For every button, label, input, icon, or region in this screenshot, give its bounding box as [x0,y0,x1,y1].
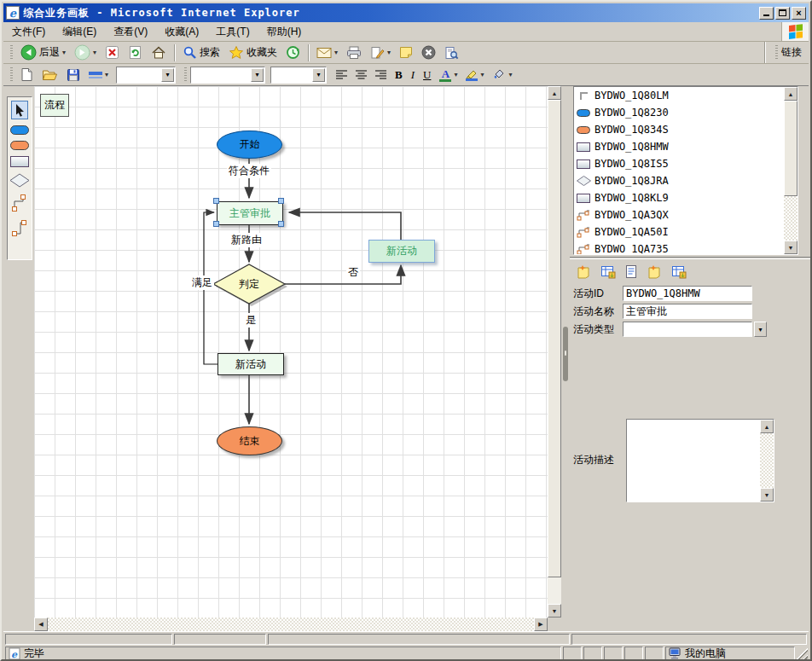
toolbar-grip[interactable] [184,67,187,83]
list-item[interactable]: BYDWO_1Q8JRA [574,172,798,189]
refresh-button[interactable] [124,43,147,62]
shape-listbox[interactable]: BYDWO_1Q80LM BYDWO_1Q8230 BYDWO_1Q834S B… [573,86,798,255]
list-item[interactable]: BYDWO_1Q8HMW [574,138,798,155]
menu-favorites[interactable]: 收藏(A) [156,22,207,42]
messenger-button[interactable] [417,43,440,62]
list-item[interactable]: BYDWO_1QA735 [574,241,798,255]
scroll-down-button[interactable]: ▼ [760,488,774,502]
scrollbar-thumb[interactable] [784,101,798,196]
combo-dropdown-icon[interactable]: ▾ [161,68,174,82]
selection-handle[interactable] [278,198,284,204]
activity-desc-textarea[interactable]: ▲ ▼ [626,419,774,502]
align-left-button[interactable] [332,66,351,84]
favorites-button[interactable]: 收藏夹 [224,43,281,62]
font-color-button[interactable]: A ▾ [435,66,461,84]
combo-dropdown-icon[interactable]: ▾ [251,68,264,82]
research-button[interactable] [440,43,463,62]
list-scrollbar[interactable]: ▲ ▼ [784,87,798,254]
activity-type-dropdown-button[interactable]: ▾ [754,322,767,337]
align-center-button[interactable] [351,66,371,84]
links-label[interactable]: 链接 [781,45,802,60]
save-activity-button[interactable] [598,263,618,280]
scroll-down-button[interactable]: ▼ [548,604,561,618]
activity-shape-tool[interactable] [10,156,29,167]
menu-file[interactable]: 文件(F) [3,22,54,42]
list-item[interactable]: BYDWO_1Q8KL9 [574,189,798,206]
align-right-button[interactable] [371,66,391,84]
node-activity[interactable]: 新活动 [218,353,284,375]
edit-button[interactable]: ▾ [366,43,395,62]
pointer-tool[interactable] [11,101,28,119]
node-new-activity-floating[interactable]: 新活动 [368,240,435,263]
list-item[interactable]: BYDWO_1Q8230 [574,104,798,121]
selection-handle[interactable] [213,198,219,204]
list-item[interactable]: BYDWO_1Q8IS5 [574,155,798,172]
scroll-up-button[interactable]: ▲ [760,420,774,433]
home-button[interactable] [147,43,171,62]
discuss-button[interactable] [395,43,417,62]
scroll-left-button[interactable]: ◀ [34,618,48,631]
list-item[interactable]: BYDWO_1Q834S [574,121,798,138]
links-toolbar-grip[interactable] [775,45,778,61]
line-width-button[interactable]: ▾ [84,66,113,84]
selection-handle[interactable] [278,221,284,227]
activity-name-input[interactable] [623,304,752,319]
node-start[interactable]: 开始 [217,130,282,159]
panel-splitter[interactable] [561,86,570,631]
scrollbar-track[interactable] [48,618,534,631]
new-route-button[interactable] [644,263,664,280]
title-bar[interactable]: e 综合业务画板 - Microsoft Internet Explorer × [3,3,809,22]
list-item[interactable]: BYDWO_1Q80LM [574,87,798,104]
search-button[interactable]: 搜索 [178,43,224,62]
resize-grip[interactable] [797,647,808,660]
view-document-button[interactable] [623,263,640,280]
combo-dropdown-icon[interactable]: ▾ [312,68,325,82]
start-shape-tool[interactable] [10,125,29,135]
highlight-button[interactable]: ▾ [461,66,488,84]
history-button[interactable] [281,43,304,62]
scroll-up-button[interactable]: ▲ [784,87,798,101]
fill-color-button[interactable]: ▾ [488,66,516,84]
flowchart-canvas[interactable]: 流程 开始 主管审批 判定 新活动 结束 新活动 符合条件 新路由 否 是 满足 [34,86,548,618]
bold-button[interactable]: B [391,66,407,84]
end-shape-tool[interactable] [10,141,29,150]
splitter-grip[interactable] [563,327,568,381]
maximize-button[interactable] [775,7,790,20]
node-end[interactable]: 结束 [217,426,282,455]
list-item[interactable]: BYDWO_1QA3QX [574,206,798,223]
menu-edit[interactable]: 编辑(E) [54,22,105,42]
mail-button[interactable]: ▾ [312,43,342,62]
close-button[interactable]: × [792,7,806,20]
selection-handle[interactable] [213,221,219,227]
tab-process[interactable]: 流程 [40,94,69,117]
toolbar-grip[interactable] [10,45,13,61]
activity-type-combobox[interactable] [623,322,752,337]
font-family-combobox[interactable]: ▾ [190,67,265,84]
toolbar-grip[interactable] [10,67,13,83]
node-decision[interactable]: 判定 [213,274,285,294]
list-item[interactable]: BYDWO_1QA50I [574,223,798,241]
scrollbar-thumb[interactable] [548,100,561,577]
save-button[interactable] [62,66,84,84]
menu-help[interactable]: 帮助(H) [258,22,310,42]
save-route-button[interactable] [669,263,689,280]
open-button[interactable] [38,66,62,84]
back-button[interactable]: 后退 ▾ [16,43,70,62]
node-approval[interactable]: 主管审批 [217,201,283,225]
connector-tool-1[interactable] [11,194,28,212]
font-size-combobox[interactable]: ▾ [270,67,327,84]
italic-button[interactable]: I [407,66,419,84]
print-button[interactable] [342,43,366,62]
stop-button[interactable] [101,43,124,62]
minimize-button[interactable] [759,7,774,20]
scroll-right-button[interactable]: ▶ [534,618,548,631]
line-style-combobox[interactable]: ▾ [116,67,176,84]
scroll-up-button[interactable]: ▲ [548,86,561,100]
menu-tools[interactable]: 工具(T) [207,22,258,42]
decision-shape-tool[interactable] [9,173,30,188]
activity-id-input[interactable] [623,286,752,301]
textarea-scrollbar[interactable]: ▲ ▼ [760,420,774,502]
canvas-vertical-scrollbar[interactable]: ▲ ▼ [548,86,561,618]
canvas-horizontal-scrollbar[interactable]: ◀ ▶ [34,618,548,631]
menu-view[interactable]: 查看(V) [105,22,156,42]
